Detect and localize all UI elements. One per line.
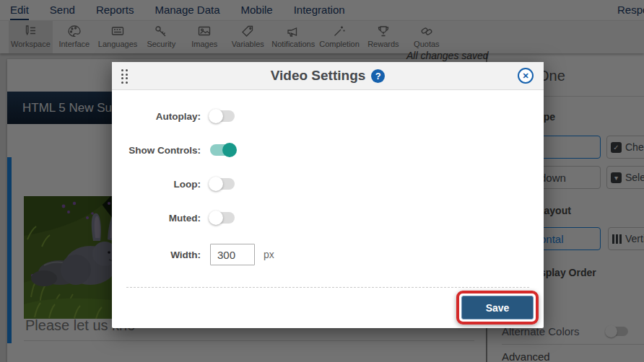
modal-title: Video Settings	[271, 68, 366, 84]
toggle-knob	[209, 177, 223, 191]
toggle-knob	[209, 109, 223, 123]
width-label: Width:	[112, 250, 201, 260]
show-controls-toggle[interactable]	[210, 144, 235, 156]
drag-handle-icon[interactable]	[121, 69, 128, 84]
width-row: Width: px	[112, 244, 544, 265]
muted-toggle[interactable]	[210, 212, 235, 224]
autoplay-label: Autoplay:	[112, 111, 201, 122]
show-controls-label: Show Controls:	[112, 145, 201, 156]
loop-row: Loop:	[112, 175, 544, 193]
close-icon[interactable]: ✕	[518, 68, 534, 84]
width-input[interactable]	[210, 244, 255, 265]
autoplay-row: Autoplay:	[112, 107, 544, 125]
toggle-knob	[222, 143, 237, 157]
save-annotation-ring: Save	[456, 291, 539, 325]
loop-toggle[interactable]	[210, 178, 235, 190]
autoplay-toggle[interactable]	[210, 110, 235, 122]
muted-label: Muted:	[112, 213, 201, 224]
footer-divider	[126, 287, 529, 288]
questionpro-editor: Edit Send Reports Manage Data Mobile Int…	[0, 0, 644, 362]
save-button[interactable]: Save	[461, 296, 534, 319]
toggle-knob	[209, 211, 223, 225]
help-icon[interactable]: ?	[371, 69, 385, 83]
width-unit-label: px	[264, 249, 274, 260]
show-controls-row: Show Controls:	[112, 141, 544, 159]
modal-header: Video Settings ? ✕	[112, 62, 544, 90]
loop-label: Loop:	[112, 179, 201, 190]
video-settings-modal: Video Settings ? ✕ Autoplay: Show Contro…	[112, 62, 544, 328]
muted-row: Muted:	[112, 208, 544, 227]
